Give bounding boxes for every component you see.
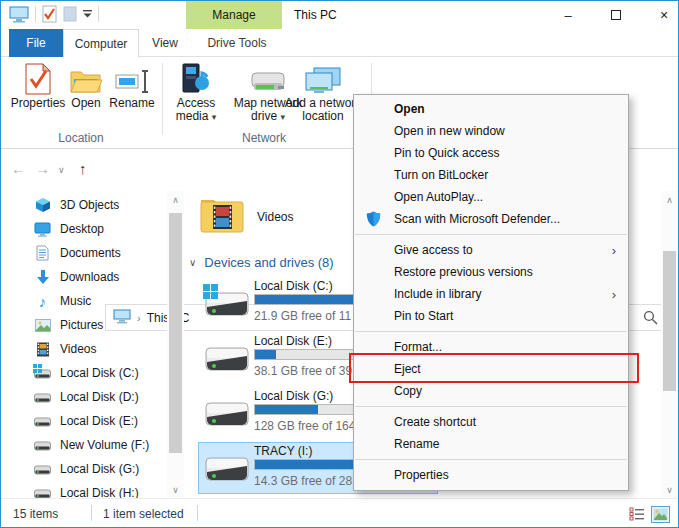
location-group-label: Location	[21, 131, 141, 145]
tab-computer[interactable]: Computer	[63, 29, 139, 58]
sidebar-label: Local Disk (G:)	[60, 462, 139, 476]
group-header-devices-and-drives[interactable]: ∨ Devices and drives (8)	[189, 255, 334, 270]
back-icon[interactable]: ←	[11, 160, 26, 177]
scroll-up-icon[interactable]: ∧	[167, 191, 184, 208]
sidebar-label: Documents	[60, 246, 121, 260]
menu-item-pin-to-start[interactable]: Pin to Start	[354, 305, 628, 327]
videos-folder-icon	[199, 196, 245, 237]
menu-separator	[355, 459, 627, 460]
menu-separator	[355, 234, 627, 235]
open-label: Open	[71, 97, 100, 110]
menu-separator	[355, 406, 627, 407]
title-bar: Manage This PC – ×	[1, 1, 678, 29]
sidebar-item-pictures[interactable]: Pictures	[1, 313, 167, 337]
desktop-icon	[34, 221, 51, 238]
thumbnail-view-icon[interactable]	[651, 506, 670, 526]
menu-item-copy[interactable]: Copy	[354, 380, 628, 402]
drive-icon	[34, 437, 51, 454]
menu-item-pin-to-quick-access[interactable]: Pin to Quick access	[354, 142, 628, 164]
submenu-arrow-icon: ›	[612, 287, 616, 302]
sidebar-item-local-disk-e[interactable]: Local Disk (E:)	[1, 409, 167, 433]
menu-item-properties[interactable]: Properties	[354, 464, 628, 486]
menu-item-turn-on-bitlocker[interactable]: Turn on BitLocker	[354, 164, 628, 186]
drive-name: Local Disk (G:)	[254, 389, 333, 403]
recent-locations-icon[interactable]: ∨	[58, 165, 65, 175]
sidebar-label: Local Disk (E:)	[60, 414, 138, 428]
menu-item-open-in-new-window[interactable]: Open in new window	[354, 120, 628, 142]
sidebar-item-local-disk-g[interactable]: Local Disk (G:)	[1, 457, 167, 481]
rename-icon	[115, 61, 149, 95]
status-bar: 15 items 1 item selected	[1, 498, 678, 528]
sidebar-item-3d-objects[interactable]: 3D Objects	[1, 193, 167, 217]
sidebar-label: New Volume (F:)	[60, 438, 149, 452]
scroll-up-icon[interactable]: ∧	[661, 191, 678, 208]
menu-item-scan-with-defender[interactable]: Scan with Microsoft Defender...	[354, 208, 628, 230]
close-button[interactable]: ×	[646, 1, 679, 29]
scroll-down-icon[interactable]: ∨	[661, 481, 678, 498]
up-icon[interactable]: ↑	[79, 160, 87, 177]
sidebar-item-new-volume-f[interactable]: New Volume (F:)	[1, 433, 167, 457]
menu-item-rename[interactable]: Rename	[354, 433, 628, 455]
menu-item-create-shortcut[interactable]: Create shortcut	[354, 411, 628, 433]
tab-view[interactable]: View	[139, 29, 191, 57]
sidebar-item-local-disk-d[interactable]: Local Disk (D:)	[1, 385, 167, 409]
sidebar-scrollbar[interactable]: ∧ ∨	[167, 191, 184, 498]
properties-button[interactable]: Properties	[9, 61, 67, 110]
access-media-label: Accessmedia ▾	[176, 97, 217, 124]
window-title: This PC	[294, 8, 337, 22]
drive-icon	[205, 398, 249, 433]
menu-item-restore-previous-versions[interactable]: Restore previous versions	[354, 261, 628, 283]
scrollbar-thumb[interactable]	[663, 251, 676, 391]
properties-quick-icon[interactable]	[42, 5, 57, 23]
drive-free-space: 38.1 GB free of 39	[254, 364, 352, 378]
defender-shield-icon	[366, 211, 381, 230]
menu-item-include-in-library[interactable]: Include in library›	[354, 283, 628, 305]
sidebar-item-videos[interactable]: Videos	[1, 337, 167, 361]
sidebar-item-desktop[interactable]: Desktop	[1, 217, 167, 241]
forward-icon[interactable]: →	[35, 160, 50, 177]
menu-item-give-access-to[interactable]: Give access to›	[354, 239, 628, 261]
drive-name: Local Disk (E:)	[254, 334, 332, 348]
navigation-pane: 3D Objects Desktop Documents Downloads ♪…	[1, 193, 167, 505]
sidebar-label: Downloads	[60, 270, 119, 284]
tab-file[interactable]: File	[9, 29, 63, 57]
network-group-label: Network	[204, 131, 324, 145]
picture-icon	[34, 317, 51, 334]
divider	[35, 6, 36, 22]
menu-item-eject[interactable]: Eject	[354, 358, 628, 380]
chevron-down-icon[interactable]: ∨	[189, 257, 196, 268]
open-button[interactable]: Open	[67, 61, 105, 110]
main-scrollbar[interactable]: ∧ ∨	[661, 191, 679, 498]
scroll-down-icon[interactable]: ∨	[167, 481, 184, 498]
divider	[91, 505, 92, 521]
folder-name: Videos	[257, 210, 293, 224]
rename-button[interactable]: Rename	[107, 61, 157, 110]
sidebar-label: 3D Objects	[60, 198, 119, 212]
items-count: 15 items	[13, 507, 58, 521]
divider	[197, 505, 198, 521]
sidebar-item-documents[interactable]: Documents	[1, 241, 167, 265]
properties-label: Properties	[11, 97, 66, 110]
sidebar-item-music[interactable]: ♪ Music	[1, 289, 167, 313]
windows-logo-icon	[203, 284, 219, 300]
film-icon	[34, 341, 51, 358]
menu-item-format[interactable]: Format...	[354, 336, 628, 358]
new-folder-quick-icon[interactable]	[63, 6, 77, 22]
tab-drive-tools[interactable]: Drive Tools	[191, 29, 283, 57]
minimize-button[interactable]: –	[550, 1, 586, 29]
details-view-icon[interactable]	[629, 506, 645, 525]
folder-tile-videos[interactable]: Videos	[199, 196, 293, 237]
menu-item-open[interactable]: Open	[354, 98, 628, 120]
manage-ribbon-context-tab[interactable]: Manage	[186, 1, 282, 29]
sidebar-item-local-disk-c[interactable]: Local Disk (C:)	[1, 361, 167, 385]
access-media-button[interactable]: Accessmedia ▾	[169, 61, 223, 124]
divider	[98, 6, 99, 22]
menu-item-open-autoplay[interactable]: Open AutoPlay...	[354, 186, 628, 208]
sidebar-label: Local Disk (D:)	[60, 390, 139, 404]
cube-3d-icon	[34, 197, 51, 214]
scrollbar-thumb[interactable]	[169, 213, 182, 453]
customize-toolbar-icon[interactable]	[83, 10, 92, 18]
maximize-button[interactable]	[598, 1, 634, 29]
drive-icon	[205, 453, 249, 488]
sidebar-item-downloads[interactable]: Downloads	[1, 265, 167, 289]
